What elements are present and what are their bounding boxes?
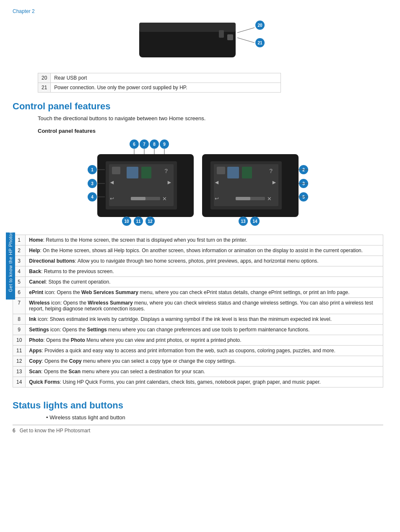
svg-text:13: 13: [241, 219, 246, 224]
part-num: 20: [38, 73, 51, 83]
printer-rear-diagram: 20 21: [13, 18, 383, 65]
svg-text:◄: ◄: [214, 179, 220, 186]
table-row: 8 Ink icon: Shows estimated ink levels b…: [13, 314, 383, 325]
feature-num: 13: [13, 367, 26, 377]
control-panel-intro: Touch the directional buttons to navigat…: [38, 115, 383, 121]
table-row: 4 Back: Returns to the previous screen.: [13, 266, 383, 277]
table-row: 21 Power connection. Use only the power …: [38, 83, 281, 93]
svg-line-4: [237, 28, 255, 33]
feature-desc: Photo: Opens the Photo Menu where you ca…: [26, 335, 383, 346]
svg-text:►: ►: [271, 179, 277, 186]
table-row: 13 Scan: Opens the Scan menu where you c…: [13, 367, 383, 377]
feature-desc: Settings icon: Opens the Settings menu w…: [26, 325, 383, 335]
svg-text:1: 1: [91, 168, 94, 172]
svg-text:7: 7: [143, 142, 145, 147]
feature-desc: Ink icon: Shows estimated ink levels by …: [26, 314, 383, 325]
svg-text:?: ?: [269, 168, 273, 174]
svg-text:◄: ◄: [109, 179, 115, 186]
control-panel-subheading: Control panel features: [38, 128, 383, 134]
svg-text:?: ?: [164, 168, 168, 174]
svg-rect-26: [127, 167, 138, 178]
table-row: 5 Cancel: Stops the current operation.: [13, 277, 383, 287]
features-table: 1 Home: Returns to the Home screen, the …: [13, 235, 383, 387]
chapter-label: Chapter 2: [13, 8, 383, 14]
table-row: 10 Photo: Opens the Photo Menu where you…: [13, 335, 383, 346]
svg-text:►: ►: [166, 179, 172, 186]
table-row: 3 Directional buttons: Allow you to navi…: [13, 256, 383, 266]
table-row: 12 Copy: Opens the Copy menu where you c…: [13, 356, 383, 367]
table-row: 7 Wireless icon: Opens the Wireless Summ…: [13, 298, 383, 314]
svg-text:20: 20: [257, 23, 262, 28]
table-row: 14 Quick Forms: Using HP Quick Forms, yo…: [13, 377, 383, 387]
svg-text:✕: ✕: [267, 196, 272, 202]
feature-desc: Cancel: Stops the current operation.: [26, 277, 383, 287]
svg-text:↩: ↩: [110, 196, 114, 201]
feature-num: 9: [13, 325, 26, 335]
table-row: 1 Home: Returns to the Home screen, the …: [13, 235, 383, 245]
control-panel-heading: Control panel features: [13, 101, 383, 112]
feature-num: 14: [13, 377, 26, 387]
feature-desc: Directional buttons: Allow you to naviga…: [26, 256, 383, 266]
table-row: 20 Rear USB port: [38, 73, 281, 83]
svg-rect-2: [219, 30, 224, 38]
table-row: 9 Settings icon: Opens the Settings menu…: [13, 325, 383, 335]
table-row: 6 ePrint icon: Opens the Web Services Su…: [13, 287, 383, 298]
svg-rect-64: [236, 197, 250, 200]
feature-desc: Wireless icon: Opens the Wireless Summar…: [26, 298, 383, 314]
svg-text:9: 9: [163, 142, 166, 147]
svg-rect-3: [227, 34, 233, 40]
svg-text:8: 8: [153, 142, 156, 147]
page-number: 6: [13, 428, 16, 434]
status-lights-heading: Status lights and buttons: [13, 400, 383, 411]
feature-desc: Help: On the Home screen, shows all Help…: [26, 245, 383, 256]
svg-rect-25: [112, 167, 120, 174]
control-panel-svg: 6 7 8 9 ? ◄ ►: [72, 138, 324, 226]
feature-num: 10: [13, 335, 26, 346]
side-tab: Get to know the HP Photosmart: [6, 232, 15, 300]
feature-num: 11: [13, 346, 26, 356]
part-desc: Power connection. Use only the power cor…: [51, 83, 281, 93]
feature-desc: Apps: Provides a quick and easy way to a…: [26, 346, 383, 356]
table-row: 11 Apps: Provides a quick and easy way t…: [13, 346, 383, 356]
table-row: 2 Help: On the Home screen, shows all He…: [13, 245, 383, 256]
feature-desc: Home: Returns to the Home screen, the sc…: [26, 235, 383, 245]
feature-desc: ePrint icon: Opens the Web Services Summ…: [26, 287, 383, 298]
svg-text:6: 6: [133, 142, 135, 147]
control-panel-diagram: 6 7 8 9 ? ◄ ►: [13, 138, 383, 226]
status-lights-bullet: Wireless status light and button: [46, 414, 383, 421]
feature-num: 12: [13, 356, 26, 367]
feature-desc: Copy: Opens the Copy menu where you can …: [26, 356, 383, 367]
svg-text:11: 11: [136, 219, 141, 224]
svg-text:21: 21: [257, 41, 262, 45]
svg-rect-57: [227, 167, 239, 178]
feature-desc: Scan: Opens the Scan menu where you can …: [26, 367, 383, 377]
feature-num: 7: [13, 298, 26, 314]
svg-text:3: 3: [91, 181, 94, 186]
svg-rect-58: [242, 167, 252, 178]
svg-line-5: [237, 38, 255, 43]
svg-text:✕: ✕: [162, 196, 167, 202]
part-num: 21: [38, 83, 51, 93]
feature-desc: Back: Returns to the previous screen.: [26, 266, 383, 277]
svg-rect-56: [217, 167, 225, 174]
rear-parts-table: 20 Rear USB port 21 Power connection. Us…: [38, 73, 281, 93]
feature-num: 8: [13, 314, 26, 325]
part-desc: Rear USB port: [51, 73, 281, 83]
svg-rect-33: [131, 197, 145, 200]
svg-text:↩: ↩: [215, 196, 219, 201]
svg-text:14: 14: [252, 219, 257, 224]
footer-text: Get to know the HP Photosmart: [20, 428, 91, 434]
svg-text:4: 4: [91, 195, 94, 199]
svg-text:10: 10: [124, 219, 129, 224]
svg-text:12: 12: [148, 219, 153, 224]
printer-rear-svg: 20 21: [114, 18, 282, 65]
svg-rect-27: [141, 167, 151, 178]
page-footer: 6 Get to know the HP Photosmart: [13, 425, 383, 434]
feature-desc: Quick Forms: Using HP Quick Forms, you c…: [26, 377, 383, 387]
